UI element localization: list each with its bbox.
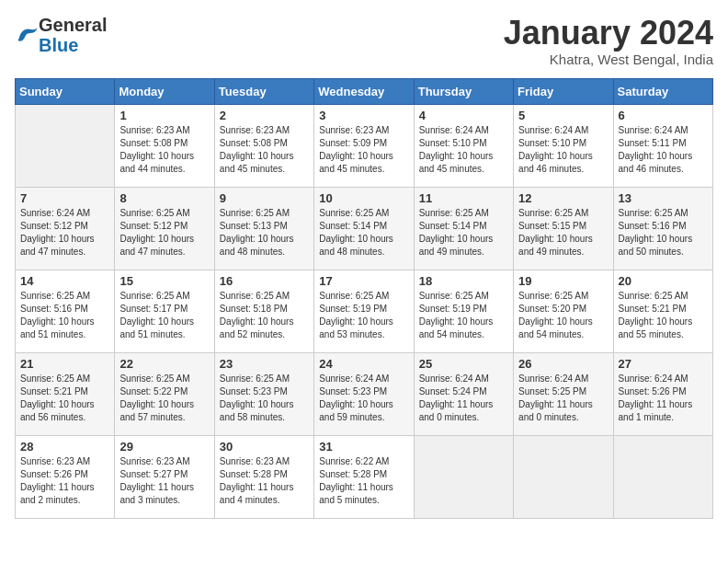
day-info: Sunrise: 6:23 AM Sunset: 5:27 PM Dayligh… — [119, 455, 209, 507]
day-info: Sunrise: 6:25 AM Sunset: 5:16 PM Dayligh… — [20, 290, 109, 341]
day-number: 14 — [20, 274, 109, 288]
calendar-cell: 4Sunrise: 6:24 AM Sunset: 5:10 PM Daylig… — [414, 104, 513, 187]
day-number: 23 — [220, 357, 309, 371]
calendar-cell: 18Sunrise: 6:25 AM Sunset: 5:19 PM Dayli… — [414, 270, 513, 352]
day-number: 17 — [319, 274, 408, 288]
day-info: Sunrise: 6:23 AM Sunset: 5:09 PM Dayligh… — [319, 124, 408, 176]
calendar-week-3: 14Sunrise: 6:25 AM Sunset: 5:16 PM Dayli… — [16, 270, 713, 352]
logo-general-text: General — [39, 15, 107, 35]
calendar-cell — [514, 435, 613, 518]
day-info: Sunrise: 6:24 AM Sunset: 5:24 PM Dayligh… — [419, 373, 508, 424]
calendar-cell: 2Sunrise: 6:23 AM Sunset: 5:08 PM Daylig… — [214, 104, 313, 187]
day-info: Sunrise: 6:25 AM Sunset: 5:12 PM Dayligh… — [119, 207, 209, 259]
calendar-cell: 10Sunrise: 6:25 AM Sunset: 5:14 PM Dayli… — [314, 187, 414, 270]
day-number: 29 — [119, 440, 209, 454]
calendar-cell: 8Sunrise: 6:25 AM Sunset: 5:12 PM Daylig… — [115, 187, 214, 270]
calendar-cell: 9Sunrise: 6:25 AM Sunset: 5:13 PM Daylig… — [214, 187, 313, 270]
day-number: 30 — [220, 440, 309, 454]
day-number: 4 — [419, 109, 508, 122]
logo-icon — [17, 26, 39, 44]
calendar-week-4: 21Sunrise: 6:25 AM Sunset: 5:21 PM Dayli… — [16, 352, 713, 435]
day-header-monday: Monday — [115, 78, 214, 104]
day-info: Sunrise: 6:25 AM Sunset: 5:23 PM Dayligh… — [220, 373, 309, 424]
calendar-cell: 16Sunrise: 6:25 AM Sunset: 5:18 PM Dayli… — [214, 270, 313, 352]
day-info: Sunrise: 6:24 AM Sunset: 5:10 PM Dayligh… — [419, 124, 508, 176]
calendar-cell: 13Sunrise: 6:25 AM Sunset: 5:16 PM Dayli… — [613, 187, 712, 270]
calendar-cell: 25Sunrise: 6:24 AM Sunset: 5:24 PM Dayli… — [414, 352, 513, 435]
calendar-cell: 24Sunrise: 6:24 AM Sunset: 5:23 PM Dayli… — [314, 352, 414, 435]
month-title: January 2024 — [504, 15, 713, 52]
day-info: Sunrise: 6:25 AM Sunset: 5:21 PM Dayligh… — [619, 290, 708, 341]
calendar-week-1: 1Sunrise: 6:23 AM Sunset: 5:08 PM Daylig… — [16, 104, 713, 187]
day-info: Sunrise: 6:25 AM Sunset: 5:14 PM Dayligh… — [419, 207, 508, 259]
calendar-week-5: 28Sunrise: 6:23 AM Sunset: 5:26 PM Dayli… — [16, 435, 713, 518]
day-number: 25 — [419, 357, 508, 371]
day-info: Sunrise: 6:25 AM Sunset: 5:20 PM Dayligh… — [518, 290, 608, 341]
day-number: 8 — [119, 191, 209, 205]
day-info: Sunrise: 6:24 AM Sunset: 5:26 PM Dayligh… — [619, 373, 708, 424]
day-info: Sunrise: 6:25 AM Sunset: 5:13 PM Dayligh… — [220, 207, 309, 259]
day-number: 18 — [419, 274, 508, 288]
day-header-tuesday: Tuesday — [214, 78, 313, 104]
day-info: Sunrise: 6:25 AM Sunset: 5:19 PM Dayligh… — [319, 290, 408, 341]
day-info: Sunrise: 6:25 AM Sunset: 5:15 PM Dayligh… — [518, 207, 608, 259]
location-text: Khatra, West Bengal, India — [504, 52, 713, 67]
day-info: Sunrise: 6:23 AM Sunset: 5:28 PM Dayligh… — [220, 455, 309, 507]
calendar-cell: 7Sunrise: 6:24 AM Sunset: 5:12 PM Daylig… — [16, 187, 115, 270]
title-block: January 2024 Khatra, West Bengal, India — [504, 15, 713, 67]
day-info: Sunrise: 6:23 AM Sunset: 5:08 PM Dayligh… — [119, 124, 209, 176]
day-number: 1 — [119, 109, 209, 122]
day-header-friday: Friday — [514, 78, 613, 104]
header-row: SundayMondayTuesdayWednesdayThursdayFrid… — [16, 78, 713, 104]
day-number: 11 — [419, 191, 508, 205]
calendar-cell: 3Sunrise: 6:23 AM Sunset: 5:09 PM Daylig… — [314, 104, 414, 187]
calendar-week-2: 7Sunrise: 6:24 AM Sunset: 5:12 PM Daylig… — [16, 187, 713, 270]
day-info: Sunrise: 6:25 AM Sunset: 5:22 PM Dayligh… — [119, 373, 209, 424]
calendar-cell: 12Sunrise: 6:25 AM Sunset: 5:15 PM Dayli… — [514, 187, 613, 270]
day-number: 2 — [220, 109, 309, 122]
day-info: Sunrise: 6:25 AM Sunset: 5:21 PM Dayligh… — [20, 373, 109, 424]
day-number: 28 — [20, 440, 109, 454]
day-number: 26 — [518, 357, 608, 371]
logo: General Blue — [15, 15, 107, 55]
calendar-cell: 6Sunrise: 6:24 AM Sunset: 5:11 PM Daylig… — [613, 104, 712, 187]
day-info: Sunrise: 6:24 AM Sunset: 5:23 PM Dayligh… — [319, 373, 408, 424]
page-header: General Blue January 2024 Khatra, West B… — [15, 15, 713, 67]
calendar-cell: 17Sunrise: 6:25 AM Sunset: 5:19 PM Dayli… — [314, 270, 414, 352]
day-info: Sunrise: 6:24 AM Sunset: 5:12 PM Dayligh… — [20, 207, 109, 259]
day-header-saturday: Saturday — [613, 78, 712, 104]
calendar-table: SundayMondayTuesdayWednesdayThursdayFrid… — [15, 78, 713, 519]
day-number: 9 — [220, 191, 309, 205]
logo-blue-text: Blue — [39, 35, 78, 55]
calendar-cell: 5Sunrise: 6:24 AM Sunset: 5:10 PM Daylig… — [514, 104, 613, 187]
day-number: 24 — [319, 357, 408, 371]
day-info: Sunrise: 6:25 AM Sunset: 5:19 PM Dayligh… — [419, 290, 508, 341]
calendar-cell: 21Sunrise: 6:25 AM Sunset: 5:21 PM Dayli… — [16, 352, 115, 435]
day-number: 20 — [619, 274, 708, 288]
day-info: Sunrise: 6:24 AM Sunset: 5:11 PM Dayligh… — [619, 124, 708, 176]
day-number: 6 — [619, 109, 708, 122]
day-info: Sunrise: 6:25 AM Sunset: 5:16 PM Dayligh… — [619, 207, 708, 259]
day-info: Sunrise: 6:25 AM Sunset: 5:14 PM Dayligh… — [319, 207, 408, 259]
calendar-cell: 23Sunrise: 6:25 AM Sunset: 5:23 PM Dayli… — [214, 352, 313, 435]
day-number: 7 — [20, 191, 109, 205]
day-header-thursday: Thursday — [414, 78, 513, 104]
day-number: 15 — [119, 274, 209, 288]
day-number: 19 — [518, 274, 608, 288]
day-header-wednesday: Wednesday — [314, 78, 414, 104]
calendar-cell: 22Sunrise: 6:25 AM Sunset: 5:22 PM Dayli… — [115, 352, 214, 435]
day-info: Sunrise: 6:25 AM Sunset: 5:17 PM Dayligh… — [119, 290, 209, 341]
calendar-cell: 30Sunrise: 6:23 AM Sunset: 5:28 PM Dayli… — [214, 435, 313, 518]
day-number: 22 — [119, 357, 209, 371]
calendar-cell: 19Sunrise: 6:25 AM Sunset: 5:20 PM Dayli… — [514, 270, 613, 352]
calendar-cell: 29Sunrise: 6:23 AM Sunset: 5:27 PM Dayli… — [115, 435, 214, 518]
day-info: Sunrise: 6:25 AM Sunset: 5:18 PM Dayligh… — [220, 290, 309, 341]
day-number: 5 — [518, 109, 608, 122]
calendar-cell — [414, 435, 513, 518]
calendar-cell — [613, 435, 712, 518]
calendar-cell: 11Sunrise: 6:25 AM Sunset: 5:14 PM Dayli… — [414, 187, 513, 270]
calendar-cell: 28Sunrise: 6:23 AM Sunset: 5:26 PM Dayli… — [16, 435, 115, 518]
day-number: 16 — [220, 274, 309, 288]
day-number: 13 — [619, 191, 708, 205]
day-info: Sunrise: 6:22 AM Sunset: 5:28 PM Dayligh… — [319, 455, 408, 507]
